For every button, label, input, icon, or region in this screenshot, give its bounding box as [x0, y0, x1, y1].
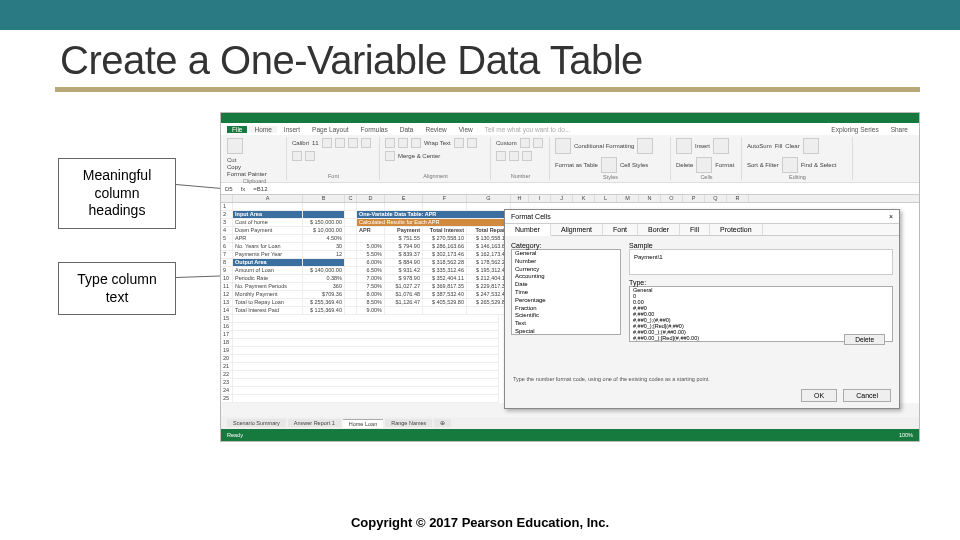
cat-time[interactable]: Time: [512, 289, 620, 297]
tab-review[interactable]: Review: [420, 126, 451, 133]
col-K[interactable]: K: [573, 195, 595, 202]
col-D[interactable]: D: [357, 195, 385, 202]
col-M[interactable]: M: [617, 195, 639, 202]
dt-col-ti[interactable]: Total Interest: [423, 227, 467, 235]
copy-btn[interactable]: Copy: [227, 164, 267, 170]
cell[interactable]: $ 140,000.00: [303, 267, 345, 275]
col-O[interactable]: O: [661, 195, 683, 202]
sort-filter[interactable]: Sort & Filter: [747, 162, 779, 168]
cell[interactable]: APR: [233, 235, 303, 243]
cell[interactable]: 0.38%: [303, 275, 345, 283]
cell[interactable]: No. Years for Loan: [233, 243, 303, 251]
dec-dec-icon[interactable]: [522, 151, 532, 161]
cat-scientific[interactable]: Scientific: [512, 312, 620, 320]
cat-currency[interactable]: Currency: [512, 266, 620, 274]
tab-data[interactable]: Data: [395, 126, 419, 133]
cancel-button[interactable]: Cancel: [843, 389, 891, 402]
cell[interactable]: 6.00%: [357, 259, 385, 267]
col-L[interactable]: L: [595, 195, 617, 202]
cond-fmt-icon[interactable]: [555, 138, 571, 154]
cell[interactable]: $ 978.90: [385, 275, 423, 283]
cell[interactable]: $ 369,817.35: [423, 283, 467, 291]
cell[interactable]: $ 931.42: [385, 267, 423, 275]
col-A[interactable]: A: [233, 195, 303, 202]
fx-icon[interactable]: fx: [241, 186, 246, 192]
find-select[interactable]: Find & Select: [801, 162, 837, 168]
align-tl-icon[interactable]: [385, 138, 395, 148]
cell[interactable]: $ 352,404.11: [423, 275, 467, 283]
cell[interactable]: 4.50%: [303, 235, 345, 243]
delete-cell[interactable]: Delete: [676, 162, 693, 168]
cell[interactable]: No. Payment Periods: [233, 283, 303, 291]
find-icon[interactable]: [782, 157, 798, 173]
merge-center[interactable]: Merge & Center: [398, 153, 440, 159]
col-Q[interactable]: Q: [705, 195, 727, 202]
tab-view[interactable]: View: [454, 126, 478, 133]
cell[interactable]: Down Payment: [233, 227, 303, 235]
sort-icon[interactable]: [803, 138, 819, 154]
currency-icon[interactable]: [520, 138, 530, 148]
cell[interactable]: $1,027.27: [385, 283, 423, 291]
underline-icon[interactable]: [348, 138, 358, 148]
number-format[interactable]: Custom: [496, 140, 517, 146]
cell[interactable]: $1,126.47: [385, 299, 423, 307]
format-cell[interactable]: Format: [715, 162, 734, 168]
col-H[interactable]: H: [511, 195, 529, 202]
cell[interactable]: $1,076.48: [385, 291, 423, 299]
cell[interactable]: $ 255,369.40: [303, 299, 345, 307]
insert-cell-icon[interactable]: [676, 138, 692, 154]
category-list[interactable]: General Number Currency Accounting Date …: [511, 249, 621, 335]
font-size[interactable]: 11: [312, 140, 319, 146]
cell[interactable]: $ 839.37: [385, 251, 423, 259]
close-icon[interactable]: ×: [889, 213, 893, 220]
status-zoom[interactable]: 100%: [899, 432, 913, 438]
cell[interactable]: Periodic Rate: [233, 275, 303, 283]
col-G[interactable]: G: [467, 195, 511, 202]
col-R[interactable]: R: [727, 195, 749, 202]
tab-pagelayout[interactable]: Page Layout: [307, 126, 354, 133]
cell[interactable]: Monthly Payment: [233, 291, 303, 299]
cell-styles-icon[interactable]: [601, 157, 617, 173]
col-J[interactable]: J: [551, 195, 573, 202]
dlg-tab-protection[interactable]: Protection: [710, 224, 763, 235]
cat-text[interactable]: Text: [512, 320, 620, 328]
cell[interactable]: 5.50%: [357, 251, 385, 259]
cell[interactable]: $ 751.55: [385, 235, 423, 243]
fillcolor-icon[interactable]: [292, 151, 302, 161]
cell[interactable]: Total Interest Paid: [233, 307, 303, 315]
fmt-table-icon[interactable]: [637, 138, 653, 154]
ok-button[interactable]: OK: [801, 389, 837, 402]
cat-accounting[interactable]: Accounting: [512, 273, 620, 281]
dlg-tab-number[interactable]: Number: [505, 224, 551, 236]
dlg-tab-border[interactable]: Border: [638, 224, 680, 235]
col-E[interactable]: E: [385, 195, 423, 202]
tell-me[interactable]: Tell me what you want to do...: [480, 126, 576, 133]
delete-button[interactable]: Delete: [844, 334, 885, 345]
cell[interactable]: 8.00%: [357, 291, 385, 299]
dlg-tab-alignment[interactable]: Alignment: [551, 224, 603, 235]
col-N[interactable]: N: [639, 195, 661, 202]
cell[interactable]: $ 318,562.28: [423, 259, 467, 267]
sheet-tab-range-names[interactable]: Range Names: [385, 419, 432, 427]
cell[interactable]: 12: [303, 251, 345, 259]
cell[interactable]: 8.50%: [357, 299, 385, 307]
cut-btn[interactable]: Cut: [227, 157, 267, 163]
cell[interactable]: $ 115,369.40: [303, 307, 345, 315]
tab-formulas[interactable]: Formulas: [356, 126, 393, 133]
sheet-tab-new[interactable]: ⊕: [434, 419, 451, 427]
font-name[interactable]: Calibri: [292, 140, 309, 146]
cell-styles[interactable]: Cell Styles: [620, 162, 648, 168]
sheet-tab-scenario[interactable]: Scenario Summary: [227, 419, 286, 427]
cell[interactable]: 360: [303, 283, 345, 291]
sheet-tab-home-loan[interactable]: Home Loan: [343, 419, 383, 428]
insert-cell[interactable]: Insert: [695, 143, 710, 149]
cat-special[interactable]: Special: [512, 328, 620, 335]
col-C[interactable]: C: [345, 195, 357, 202]
name-box[interactable]: D5: [225, 186, 233, 192]
align-bl-icon[interactable]: [454, 138, 464, 148]
fmt-table[interactable]: Format as Table: [555, 162, 598, 168]
border-icon[interactable]: [361, 138, 371, 148]
cell[interactable]: 30: [303, 243, 345, 251]
tab-insert[interactable]: Insert: [279, 126, 305, 133]
cat-fraction[interactable]: Fraction: [512, 305, 620, 313]
